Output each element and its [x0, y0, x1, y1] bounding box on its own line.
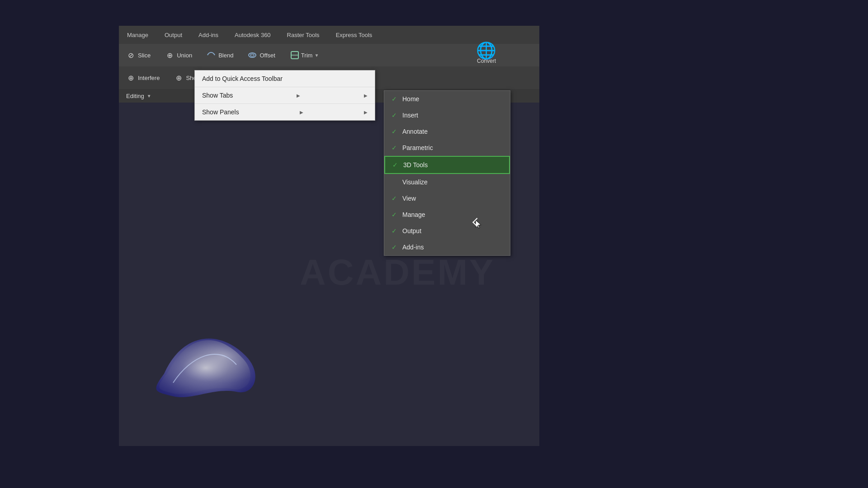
- globe-icon: 🌐: [482, 46, 491, 55]
- 3dtools-check: ✓: [392, 161, 400, 169]
- home-check: ✓: [392, 95, 399, 103]
- menu-raster-tools[interactable]: Raster Tools: [283, 30, 323, 40]
- editing-button[interactable]: Editing ▼: [123, 91, 155, 101]
- insert-check: ✓: [392, 112, 399, 119]
- menu-express-tools[interactable]: Express Tools: [332, 30, 376, 40]
- 3d-shape: [146, 319, 273, 410]
- svg-point-0: [249, 53, 256, 57]
- convert-label: Convert: [477, 58, 496, 64]
- svg-point-1: [250, 54, 254, 56]
- context-menu-show-panels[interactable]: Show Panels ▶: [195, 104, 375, 120]
- slice-label: Slice: [138, 52, 151, 59]
- context-menu: Add to Quick Access Toolbar Show Tabs ▶ …: [194, 70, 375, 121]
- shell-icon: ⊕: [174, 73, 183, 82]
- menu-autodesk360[interactable]: Autodesk 360: [231, 30, 274, 40]
- trim-dropdown-arrow: ▼: [314, 53, 319, 58]
- slice-icon: ⊘: [126, 51, 135, 60]
- menu-addins[interactable]: Add-ins: [195, 30, 222, 40]
- interfere-icon: ⊕: [126, 73, 135, 82]
- convert-button[interactable]: 🌐 Convert: [473, 45, 500, 66]
- submenu-item-3dtools[interactable]: ✓ 3D Tools: [384, 156, 510, 174]
- parametric-check: ✓: [392, 144, 399, 151]
- submenu-item-addins[interactable]: ✓ Add-ins: [384, 239, 510, 255]
- blend-label: Blend: [218, 52, 233, 59]
- offset-icon: [248, 51, 257, 60]
- submenu-item-view[interactable]: ✓ View: [384, 190, 510, 206]
- menu-output[interactable]: Output: [161, 30, 186, 40]
- submenu-item-parametric[interactable]: ✓ Parametric: [384, 140, 510, 156]
- context-menu-show-tabs[interactable]: Show Tabs ▶: [195, 87, 375, 104]
- watermark-logo: ACADEMY: [300, 252, 495, 293]
- interfere-label: Interfere: [138, 75, 160, 81]
- show-tabs-arrow: ▶: [297, 93, 300, 98]
- trim-icon: [290, 51, 299, 60]
- trim-button[interactable]: Trim ▼: [286, 49, 323, 61]
- view-check: ✓: [392, 195, 399, 202]
- interfere-button[interactable]: ⊕ Interfere: [123, 72, 163, 84]
- show-panels-arrow: ▶: [300, 110, 303, 115]
- output-check: ✓: [392, 227, 399, 235]
- addins-check: ✓: [392, 244, 399, 251]
- submenu-item-annotate[interactable]: ✓ Annotate: [384, 123, 510, 140]
- union-button[interactable]: ⊕ Union: [161, 49, 196, 61]
- slice-button[interactable]: ⊘ Slice: [123, 49, 154, 61]
- blend-icon: [207, 51, 216, 60]
- submenu-item-home[interactable]: ✓ Home: [384, 91, 510, 107]
- submenu-item-visualize[interactable]: ✓ Visualize: [384, 174, 510, 190]
- annotate-check: ✓: [392, 128, 399, 135]
- menu-manage[interactable]: Manage: [123, 30, 152, 40]
- blend-button[interactable]: Blend: [203, 49, 237, 61]
- context-menu-quick-access[interactable]: Add to Quick Access Toolbar: [195, 70, 375, 87]
- submenu-item-manage[interactable]: ✓ Manage: [384, 206, 510, 223]
- union-icon: ⊕: [165, 51, 174, 60]
- union-label: Union: [177, 52, 192, 59]
- tabs-submenu: ✓ Home ✓ Insert ✓ Annotate ✓ Parametric …: [384, 90, 510, 256]
- manage-check: ✓: [392, 211, 399, 218]
- offset-button[interactable]: Offset: [244, 49, 278, 61]
- submenu-item-insert[interactable]: ✓ Insert: [384, 107, 510, 123]
- editing-dropdown-arrow: ▼: [147, 94, 151, 99]
- offset-label: Offset: [259, 52, 275, 59]
- ribbon-row1: ⊘ Slice ⊕ Union Blend Offset Tr: [119, 44, 539, 66]
- editing-label: Editing: [126, 93, 144, 99]
- submenu-item-output[interactable]: ✓ Output: [384, 223, 510, 239]
- trim-label: Trim: [301, 52, 313, 59]
